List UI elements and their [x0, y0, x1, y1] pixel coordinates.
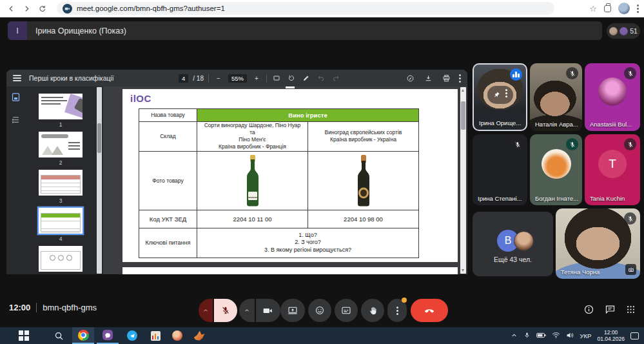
participant-tile[interactable]: T Tania Kuchin: [585, 134, 640, 205]
pdf-page-view: ilOC Назва товару Вино ігристе Склад Сор…: [103, 86, 467, 274]
mic-off-icon: [511, 138, 523, 150]
action-center-icon[interactable]: [630, 332, 639, 339]
mic-off-icon: [566, 67, 578, 79]
captions-button[interactable]: [335, 299, 358, 322]
mic-off-icon: [624, 67, 636, 79]
participant-count: 51: [630, 27, 638, 35]
telegram-icon: [127, 330, 137, 341]
thumbnail-number: 3: [30, 197, 92, 204]
meeting-details-icon[interactable]: [582, 303, 595, 316]
thumbnail-number: 1: [30, 121, 92, 128]
mic-toggle-button-muted[interactable]: [214, 299, 237, 322]
taskbar-clock[interactable]: 12:00 01.04.2026: [597, 329, 625, 342]
taskbar-telegram[interactable]: [121, 327, 143, 344]
pdf-menu-icon[interactable]: [13, 75, 21, 81]
bottle-photo-ukraine: [308, 152, 418, 210]
table-header-green: Вино ігристе: [197, 109, 418, 121]
taskbar-search[interactable]: [48, 327, 70, 344]
camera-toggle-button[interactable]: [256, 299, 280, 322]
tile-more-button[interactable]: [505, 89, 507, 101]
address-bar[interactable]: meet.google.com/bmn-qbfh-gms?authuser=1: [57, 2, 554, 15]
back-icon[interactable]: [5, 3, 17, 14]
mic-options-chevron[interactable]: [199, 299, 213, 322]
participant-tile[interactable]: Anastasiii Bul...: [585, 63, 640, 131]
tray-battery-icon[interactable]: [536, 330, 546, 341]
pdf-more-icon[interactable]: [459, 74, 461, 83]
taskbar-app-bars[interactable]: [144, 327, 166, 344]
windows-taskbar: УКР 12:00 01.04.2026: [0, 327, 644, 344]
zoom-in-button[interactable]: +: [251, 73, 262, 83]
start-button[interactable]: [13, 327, 35, 344]
pdf-thumbnail-1[interactable]: [39, 94, 83, 119]
raise-hand-button[interactable]: [361, 299, 384, 322]
participant-name: Tania Kuchin: [590, 195, 625, 202]
pdf-thumbnail-3[interactable]: [39, 170, 83, 196]
camera-switch-icon[interactable]: [625, 264, 636, 275]
extensions-icon[interactable]: [604, 5, 611, 12]
zoom-out-button[interactable]: −: [213, 73, 224, 83]
tray-wifi-icon[interactable]: [552, 330, 560, 341]
ukt-zed-code: 2204 10 98 00: [308, 210, 418, 228]
taskbar-chrome[interactable]: [72, 327, 94, 344]
reload-icon[interactable]: [36, 3, 48, 14]
pdf-thumbnail-5[interactable]: [39, 246, 83, 272]
undo-icon[interactable]: [316, 73, 326, 83]
mic-off-icon: [566, 138, 578, 150]
screen: meet.google.com/bmn-qbfh-gms?authuser=1 …: [0, 0, 644, 344]
table-label: Фото товару: [139, 152, 197, 210]
pdf-thumbnail-2[interactable]: [39, 132, 83, 157]
thumbnail-number: 4: [30, 236, 92, 242]
forward-icon[interactable]: [21, 3, 32, 14]
thumbnails-view-icon[interactable]: [11, 92, 21, 105]
draw-icon[interactable]: [405, 73, 415, 83]
participant-tile[interactable]: Богдан Ігнате...: [530, 134, 582, 205]
tab-camera-indicator-icon: [63, 4, 72, 14]
print-icon[interactable]: [441, 73, 451, 83]
download-icon[interactable]: [423, 73, 433, 83]
redo-icon[interactable]: [331, 73, 341, 83]
tray-volume-icon[interactable]: [566, 330, 574, 341]
mini-avatar: [609, 27, 618, 35]
participant-tile[interactable]: Ірина Орище...: [473, 63, 527, 131]
participant-tile[interactable]: Ірина Степані...: [473, 134, 527, 205]
bookmark-star-icon[interactable]: ☆: [589, 5, 597, 13]
pin-participant-button[interactable]: [493, 89, 500, 101]
meeting-time: 12:00: [9, 303, 30, 312]
more-options-button[interactable]: [387, 299, 407, 322]
taskbar-app-fox[interactable]: [188, 327, 210, 344]
pdf-scrollbar[interactable]: [460, 87, 466, 274]
participant-tile[interactable]: Наталія Авра...: [530, 63, 582, 131]
rotate-icon[interactable]: [286, 73, 297, 83]
taskbar-app-round[interactable]: [166, 327, 188, 344]
overflow-participants-tile[interactable]: B Ещё 43 чел.: [473, 212, 553, 276]
camera-split-button[interactable]: [239, 299, 280, 322]
pdf-thumbnail-4-selected[interactable]: [39, 208, 83, 234]
outline-view-icon[interactable]: [11, 115, 21, 127]
participant-name: Anastasiii Bul...: [590, 121, 632, 128]
zoom-level[interactable]: 55%: [228, 74, 247, 83]
table-label: Ключові питання: [139, 228, 197, 258]
language-indicator[interactable]: УКР: [580, 332, 592, 339]
browser-menu-icon[interactable]: [637, 5, 639, 13]
fit-page-icon[interactable]: [271, 73, 282, 83]
annotate-pen-icon[interactable]: [301, 73, 311, 83]
wine-classification-table: Назва товару Вино ігристе Склад Сорти ви…: [139, 108, 419, 258]
chat-icon[interactable]: [603, 303, 616, 316]
sidebar-scrollbar[interactable]: [97, 87, 102, 274]
participant-tile[interactable]: Тетяна Чорна: [556, 208, 640, 279]
tray-mic-icon[interactable]: [523, 330, 531, 341]
page-number-input[interactable]: 4: [179, 74, 188, 83]
participants-count-button[interactable]: 51: [607, 23, 640, 39]
reactions-button[interactable]: [308, 299, 331, 322]
page-total: / 18: [193, 75, 204, 82]
camera-options-chevron[interactable]: [239, 299, 255, 322]
tray-chevron-icon[interactable]: [511, 330, 518, 341]
end-call-button[interactable]: [411, 299, 448, 322]
mic-split-button[interactable]: [199, 299, 237, 322]
activities-grid-icon[interactable]: [624, 303, 637, 316]
next-page-edge: [122, 267, 458, 274]
present-screen-button[interactable]: [280, 299, 305, 322]
browser-profile-avatar[interactable]: [618, 3, 630, 14]
taskbar-viber[interactable]: [97, 327, 119, 344]
pdf-title: Перші кроки в класифікації: [29, 74, 114, 82]
